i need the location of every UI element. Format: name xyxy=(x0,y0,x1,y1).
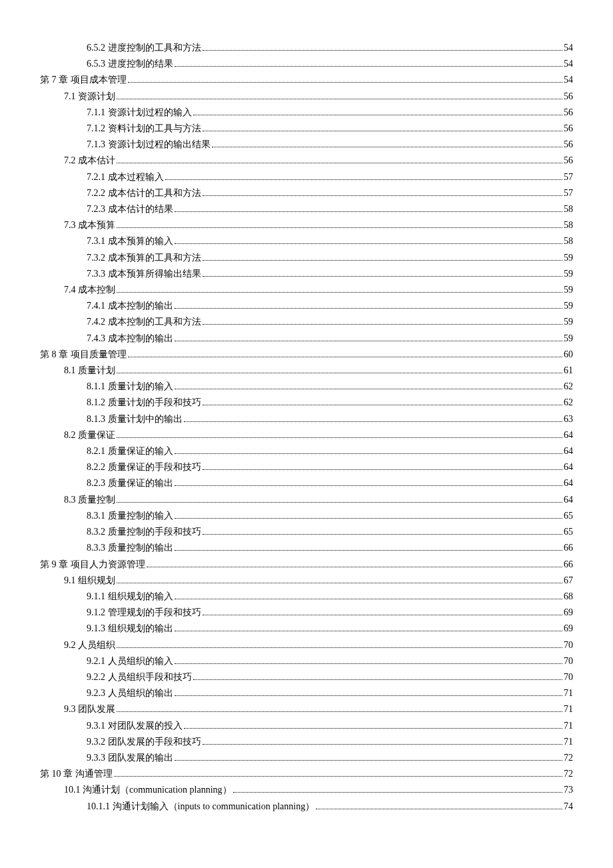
toc-entry[interactable]: 7.2.1 成本过程输入57 xyxy=(40,169,573,185)
toc-page-number: 69 xyxy=(564,621,573,637)
toc-entry[interactable]: 第 9 章 项目人力资源管理66 xyxy=(40,557,573,573)
toc-entry[interactable]: 9.2.2 人员组织手段和技巧70 xyxy=(40,669,573,685)
toc-page-number: 63 xyxy=(564,411,573,427)
toc-leader-dots xyxy=(175,447,563,454)
toc-entry[interactable]: 9.1.1 组织规划的输入68 xyxy=(40,589,573,605)
toc-entry[interactable]: 7.1 资源计划56 xyxy=(40,89,573,105)
toc-leader-dots xyxy=(184,415,563,422)
toc-entry[interactable]: 7.4.1 成本控制的输出59 xyxy=(40,298,573,314)
toc-entry[interactable]: 9.1.2 管理规划的手段和技巧69 xyxy=(40,605,573,621)
toc-label: 7.1.3 资源计划过程的输出结果 xyxy=(87,137,211,153)
toc-leader-dots xyxy=(193,108,563,115)
toc-leader-dots xyxy=(233,786,562,793)
toc-label: 7.2.2 成本估计的工具和方法 xyxy=(87,185,201,201)
toc-entry[interactable]: 9.3.2 团队发展的手段和技巧71 xyxy=(40,734,573,750)
toc-label: 8.3.1 质量控制的输入 xyxy=(87,508,173,524)
toc-leader-dots xyxy=(316,802,562,809)
toc-entry[interactable]: 7.1.2 资料计划的工具与方法56 xyxy=(40,121,573,137)
toc-label: 7.1 资源计划 xyxy=(64,89,115,105)
toc-entry[interactable]: 7.4 成本控制59 xyxy=(40,282,573,298)
toc-entry[interactable]: 第 8 章 项目质量管理60 xyxy=(40,347,573,363)
toc-entry[interactable]: 9.2.3 人员组织的输出71 xyxy=(40,685,573,701)
toc-label: 9.2.2 人员组织手段和技巧 xyxy=(87,669,192,685)
table-of-contents: 6.5.2 进度控制的工具和方法546.5.3 进度控制的结果54第 7 章 项… xyxy=(40,40,573,815)
toc-entry[interactable]: 8.2.1 质量保证的输入64 xyxy=(40,443,573,459)
toc-label: 9.1.1 组织规划的输入 xyxy=(87,589,173,605)
toc-entry[interactable]: 8.2.2 质量保证的手段和技巧64 xyxy=(40,459,573,475)
toc-page-number: 59 xyxy=(564,250,573,266)
toc-entry[interactable]: 8.1.3 质量计划中的输出63 xyxy=(40,411,573,427)
toc-entry[interactable]: 8.3.2 质量控制的手段和技巧65 xyxy=(40,524,573,540)
toc-label: 7.2 成本估计 xyxy=(64,153,115,169)
toc-leader-dots xyxy=(175,205,563,212)
toc-page-number: 74 xyxy=(564,799,573,815)
toc-entry[interactable]: 7.3.1 成本预算的输入58 xyxy=(40,233,573,249)
toc-entry[interactable]: 8.1.1 质量计划的输入62 xyxy=(40,379,573,395)
toc-entry[interactable]: 7.2 成本估计56 xyxy=(40,153,573,169)
toc-label: 9.3.3 团队发展的输出 xyxy=(87,750,173,766)
toc-page-number: 71 xyxy=(564,734,573,750)
toc-entry[interactable]: 7.3.2 成本预算的工具和方法59 xyxy=(40,250,573,266)
toc-label: 8.1 质量计划 xyxy=(64,363,115,379)
toc-entry[interactable]: 8.3 质量控制64 xyxy=(40,492,573,508)
toc-entry[interactable]: 7.1.3 资源计划过程的输出结果56 xyxy=(40,137,573,153)
toc-label: 9.2.3 人员组织的输出 xyxy=(87,685,173,701)
toc-label: 7.4.3 成本控制的输出 xyxy=(87,331,173,347)
toc-leader-dots xyxy=(175,544,563,551)
toc-label: 9.1 组织规划 xyxy=(64,573,115,589)
toc-entry[interactable]: 6.5.3 进度控制的结果54 xyxy=(40,56,573,72)
toc-entry[interactable]: 7.1.1 资源计划过程的输入56 xyxy=(40,105,573,121)
toc-label: 7.1.1 资源计划过程的输入 xyxy=(87,105,192,121)
toc-leader-dots xyxy=(175,657,563,664)
toc-label: 7.3 成本预算 xyxy=(64,217,115,233)
toc-entry[interactable]: 9.1.3 组织规划的输出69 xyxy=(40,621,573,637)
toc-leader-dots xyxy=(203,189,563,196)
toc-entry[interactable]: 8.2 质量保证64 xyxy=(40,427,573,443)
toc-page-number: 72 xyxy=(564,750,573,766)
toc-label: 8.2.1 质量保证的输入 xyxy=(87,443,173,459)
toc-label: 6.5.2 进度控制的工具和方法 xyxy=(87,40,201,56)
toc-entry[interactable]: 7.2.3 成本估计的结果58 xyxy=(40,201,573,217)
toc-page-number: 59 xyxy=(564,314,573,330)
toc-entry[interactable]: 9.3.3 团队发展的输出72 xyxy=(40,750,573,766)
toc-entry[interactable]: 第 7 章 项目成本管理54 xyxy=(40,72,573,88)
toc-entry[interactable]: 7.2.2 成本估计的工具和方法57 xyxy=(40,185,573,201)
toc-page-number: 54 xyxy=(564,40,573,56)
toc-leader-dots xyxy=(117,285,562,293)
toc-entry[interactable]: 10.1 沟通计划（communication planning）73 xyxy=(40,782,573,798)
toc-page-number: 59 xyxy=(564,266,573,282)
toc-leader-dots xyxy=(117,221,562,228)
toc-entry[interactable]: 8.2.3 质量保证的输出64 xyxy=(40,475,573,491)
toc-label: 7.4.2 成本控制的工具和方法 xyxy=(87,314,201,330)
toc-leader-dots xyxy=(128,350,563,357)
toc-entry[interactable]: 9.2 人员组织70 xyxy=(40,637,573,653)
toc-entry[interactable]: 9.3.1 对团队发展的投入71 xyxy=(40,718,573,734)
toc-entry[interactable]: 10.1.1 沟通计划输入（inputs to communication pl… xyxy=(40,799,573,815)
toc-label: 9.1.3 组织规划的输出 xyxy=(87,621,173,637)
toc-entry[interactable]: 8.3.3 质量控制的输出66 xyxy=(40,540,573,556)
toc-leader-dots xyxy=(175,479,563,487)
toc-entry[interactable]: 9.2.1 人员组织的输入70 xyxy=(40,653,573,669)
toc-entry[interactable]: 7.3.3 成本预算所得输出结果59 xyxy=(40,266,573,282)
toc-entry[interactable]: 8.1 质量计划61 xyxy=(40,363,573,379)
toc-page-number: 62 xyxy=(564,395,573,411)
toc-entry[interactable]: 8.3.1 质量控制的输入65 xyxy=(40,508,573,524)
toc-label: 7.3.1 成本预算的输入 xyxy=(87,233,173,249)
toc-entry[interactable]: 9.3 团队发展71 xyxy=(40,701,573,717)
toc-entry[interactable]: 9.1 组织规划67 xyxy=(40,573,573,589)
toc-entry[interactable]: 6.5.2 进度控制的工具和方法54 xyxy=(40,40,573,56)
toc-entry[interactable]: 第 10 章 沟通管理72 xyxy=(40,766,573,782)
toc-entry[interactable]: 7.3 成本预算58 xyxy=(40,217,573,233)
toc-page-number: 60 xyxy=(564,347,573,363)
toc-label: 8.1.1 质量计划的输入 xyxy=(87,379,173,395)
toc-page-number: 66 xyxy=(564,557,573,573)
toc-page-number: 56 xyxy=(564,105,573,121)
toc-leader-dots xyxy=(175,511,563,519)
toc-leader-dots xyxy=(175,753,563,761)
toc-label: 7.1.2 资料计划的工具与方法 xyxy=(87,121,201,137)
toc-label: 8.3.3 质量控制的输出 xyxy=(87,540,173,556)
toc-entry[interactable]: 7.4.3 成本控制的输出59 xyxy=(40,331,573,347)
toc-entry[interactable]: 8.1.2 质量计划的手段和技巧62 xyxy=(40,395,573,411)
toc-entry[interactable]: 7.4.2 成本控制的工具和方法59 xyxy=(40,314,573,330)
toc-page-number: 71 xyxy=(564,718,573,734)
